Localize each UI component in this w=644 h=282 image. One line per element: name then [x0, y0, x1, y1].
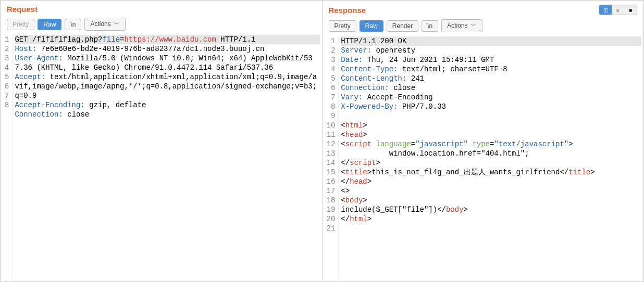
code-token: 7e6e60e6-bd2e-4019-976b-ad82377a7dc1.nod…: [36, 45, 264, 53]
line-number: 19: [327, 205, 336, 214]
code-line[interactable]: Accept-Encoding: gzip, deflate: [15, 100, 319, 110]
layout-single-icon[interactable]: [624, 5, 637, 15]
request-panel: Request Pretty Raw \n Actions ﹀ 12345678…: [1, 1, 323, 281]
code-token: window.location.href="404.html";: [341, 149, 529, 158]
code-line[interactable]: <title>this_is_not_fl4g_and_出题人_wants_gi…: [341, 168, 641, 177]
code-token: gzip, deflate: [85, 101, 146, 109]
newline-button[interactable]: \n: [422, 20, 438, 32]
code-line[interactable]: include($_GET["file"])</body>: [341, 205, 641, 214]
line-number: 3: [5, 54, 9, 63]
code-line[interactable]: [15, 119, 319, 129]
code-line[interactable]: GET /flflflflag.php?file=https://www.bai…: [15, 35, 319, 44]
code-token: >: [367, 215, 371, 223]
code-line[interactable]: [15, 129, 319, 138]
code-token: >: [464, 206, 468, 214]
code-line[interactable]: [341, 111, 641, 121]
line-number: 12: [327, 139, 336, 149]
code-line[interactable]: </html>: [341, 214, 641, 224]
code-token: type: [472, 140, 490, 148]
code-line[interactable]: X-Powered-By: PHP/7.0.33: [341, 102, 641, 111]
request-title: Request: [7, 5, 38, 14]
code-token: =: [411, 140, 415, 148]
layout-toggle: [599, 5, 637, 15]
line-number: 6: [327, 83, 336, 93]
code-line[interactable]: Date: Thu, 24 Jun 2021 15:49:11 GMT: [341, 55, 641, 65]
response-editor[interactable]: 123456789101112131415161718192021 HTTP/1…: [323, 36, 644, 281]
code-line[interactable]: Server: openresty: [341, 46, 641, 55]
code-line[interactable]: window.location.href="404.html";: [341, 149, 641, 158]
code-token: Host:: [15, 45, 36, 53]
code-token: HTTP/1.1: [216, 35, 256, 44]
actions-button[interactable]: Actions ﹀: [441, 19, 482, 32]
code-token: ": [464, 140, 468, 148]
actions-button[interactable]: Actions ﹀: [84, 18, 126, 31]
code-token: file: [102, 35, 120, 44]
response-code[interactable]: HTTP/1.1 200 OKServer: openrestyDate: Th…: [339, 36, 643, 281]
layout-columns-icon[interactable]: [599, 5, 612, 15]
code-line[interactable]: [341, 224, 641, 233]
line-number: 3: [327, 55, 336, 65]
code-token: Connection:: [15, 110, 63, 119]
code-line[interactable]: Vary: Accept-Encoding: [341, 93, 641, 102]
code-line[interactable]: <body>: [341, 196, 641, 205]
code-token: body: [446, 206, 464, 214]
raw-button[interactable]: Raw: [38, 19, 61, 30]
code-token: ": [415, 140, 419, 148]
code-line[interactable]: </script>: [341, 158, 641, 168]
line-number: 5: [327, 74, 336, 83]
code-token: HTTP/1.1 200 OK: [341, 37, 406, 45]
code-token: <: [341, 131, 345, 139]
line-number: 15: [327, 168, 336, 177]
code-token: title: [568, 168, 590, 176]
code-token: language: [376, 140, 411, 148]
newline-button[interactable]: \n: [65, 19, 81, 30]
code-token: https://www.baidu.com: [124, 35, 216, 44]
code-line[interactable]: <>: [341, 186, 641, 196]
code-line[interactable]: Accept: text/html,application/xhtml+xml,…: [15, 72, 319, 100]
code-token: GET /flflflflag.php?: [15, 35, 102, 44]
raw-button[interactable]: Raw: [360, 20, 383, 32]
line-number: 4: [327, 65, 336, 74]
actions-label: Actions: [447, 22, 467, 29]
code-token: >: [363, 196, 367, 204]
code-token: </: [341, 159, 350, 167]
code-token: javascript: [420, 140, 464, 148]
code-line[interactable]: <head>: [341, 130, 641, 139]
code-line[interactable]: <script language="javascript" type="text…: [341, 139, 641, 149]
code-line[interactable]: <html>: [341, 121, 641, 130]
line-number: 5: [5, 72, 9, 82]
code-token: <>: [341, 187, 350, 195]
code-token: </: [341, 177, 350, 186]
code-line[interactable]: Connection: close: [15, 110, 319, 119]
code-token: Accept-Encoding: [363, 93, 432, 101]
code-line[interactable]: Content-Length: 241: [341, 74, 641, 83]
code-line[interactable]: Content-Type: text/html; charset=UTF-8: [341, 65, 641, 74]
layout-rows-icon[interactable]: [612, 5, 624, 15]
chevron-down-icon: ﹀: [469, 22, 477, 29]
request-code[interactable]: GET /flflflflag.php?file=https://www.bai…: [13, 35, 321, 281]
render-button[interactable]: Render: [387, 20, 418, 32]
code-token: </: [560, 168, 568, 176]
line-number: 21: [327, 224, 336, 233]
code-token: >: [363, 121, 367, 130]
code-token: text/javascript: [499, 140, 564, 148]
pretty-button[interactable]: Pretty: [329, 20, 356, 32]
code-token: <: [341, 121, 345, 130]
code-token: Content-Length:: [341, 74, 406, 83]
code-line[interactable]: HTTP/1.1 200 OK: [341, 36, 641, 46]
code-token: Accept-Encoding:: [15, 101, 84, 109]
code-line[interactable]: </head>: [341, 177, 641, 186]
code-token: Thu, 24 Jun 2021 15:49:11 GMT: [363, 56, 494, 64]
line-number: 18: [327, 196, 336, 205]
code-line[interactable]: Host: 7e6e60e6-bd2e-4019-976b-ad82377a7d…: [15, 44, 319, 54]
code-token: title: [345, 168, 367, 176]
line-number: 10: [327, 121, 336, 130]
code-line[interactable]: Connection: close: [341, 83, 641, 93]
request-editor[interactable]: 12345678 GET /flflflflag.php?file=https:…: [1, 35, 322, 281]
code-token: text/html; charset=UTF-8: [398, 65, 507, 73]
response-title: Response: [329, 6, 366, 15]
pretty-button[interactable]: Pretty: [7, 19, 34, 30]
code-token: Date:: [341, 56, 363, 64]
code-line[interactable]: User-Agent: Mozilla/5.0 (Windows NT 10.0…: [15, 54, 319, 72]
code-token: </: [437, 206, 446, 214]
